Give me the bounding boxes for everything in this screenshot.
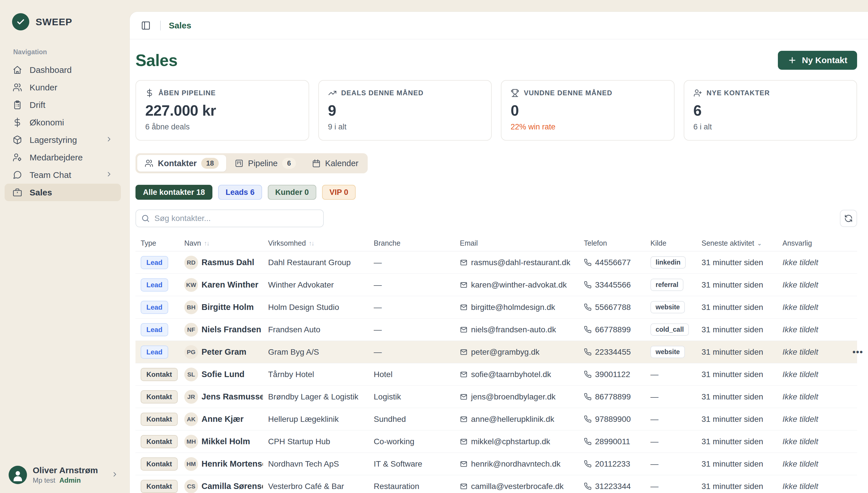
sidebar-toggle-button[interactable] bbox=[140, 19, 152, 32]
assignee-cell: Ikke tildelt bbox=[777, 280, 847, 290]
mail-icon bbox=[460, 415, 468, 423]
activity-cell: 31 minutter siden bbox=[696, 258, 777, 267]
refresh-button[interactable] bbox=[840, 210, 857, 227]
kilde-cell: — bbox=[645, 415, 696, 424]
package-icon bbox=[13, 135, 22, 145]
tab-kontakter[interactable]: Kontakter 18 bbox=[137, 155, 226, 172]
phone-cell: 55667788 bbox=[579, 303, 645, 312]
table-row[interactable]: Lead NF Niels Frandsen Frandsen Auto — n… bbox=[135, 319, 857, 341]
new-contact-button[interactable]: Ny Kontakt bbox=[778, 51, 857, 70]
contact-name: Anne Kjær bbox=[202, 414, 244, 424]
column-header-navn[interactable]: Navn↑↓ bbox=[179, 239, 263, 248]
mail-icon bbox=[460, 326, 468, 334]
column-header-telefon: Telefon bbox=[579, 239, 645, 248]
user-menu[interactable]: Oliver Arnstrøm Mp testAdmin bbox=[8, 466, 119, 485]
search-input[interactable] bbox=[135, 210, 324, 227]
email-cell: birgitte@holmdesign.dk bbox=[455, 303, 579, 312]
email-cell: sofie@taarnbyhotel.dk bbox=[455, 370, 579, 379]
table-row[interactable]: Lead RD Rasmus Dahl Dahl Restaurant Grou… bbox=[135, 251, 857, 274]
phone-cell: 33445566 bbox=[579, 280, 645, 290]
assignee-cell: Ikke tildelt bbox=[777, 415, 847, 424]
phone-icon bbox=[584, 348, 592, 356]
filter-kunder[interactable]: Kunder 0 bbox=[268, 185, 316, 200]
table-row[interactable]: Kontakt HM Henrik Mortensen Nordhavn Tec… bbox=[135, 453, 857, 475]
table-row[interactable]: Kontakt CS Camilla Sørensen Vesterbro Ca… bbox=[135, 475, 857, 493]
email-cell: anne@hellerupklinik.dk bbox=[455, 415, 579, 424]
type-badge: Lead bbox=[141, 301, 168, 314]
content-card: Sales Sales Ny Kontakt ÅBEN PIPELINE 227… bbox=[129, 12, 868, 493]
users-icon bbox=[13, 83, 22, 92]
contacts-table-body: Lead RD Rasmus Dahl Dahl Restaurant Grou… bbox=[135, 251, 857, 493]
column-header-ansvarlig: Ansvarlig bbox=[777, 239, 847, 248]
stat-card-pipeline: ÅBEN PIPELINE 227.000 kr 6 åbne deals bbox=[135, 80, 309, 141]
sidebar-item-team-chat[interactable]: Team Chat bbox=[5, 166, 121, 184]
stat-label: DEALS DENNE MÅNED bbox=[341, 89, 424, 97]
tab-kalender[interactable]: Kalender bbox=[304, 155, 366, 172]
user-plus-icon bbox=[694, 89, 702, 97]
sidebar-item-drift[interactable]: Drift bbox=[5, 96, 121, 114]
phone-cell: 28990011 bbox=[579, 437, 645, 446]
type-badge: Kontakt bbox=[141, 435, 178, 448]
branche-cell: — bbox=[368, 347, 455, 357]
assignee-cell: Ikke tildelt bbox=[777, 370, 847, 379]
sidebar-item-kunder[interactable]: Kunder bbox=[5, 79, 121, 96]
table-row[interactable]: Kontakt AK Anne Kjær Hellerup Lægeklinik… bbox=[135, 408, 857, 430]
sidebar-item-label: Medarbejdere bbox=[29, 153, 83, 163]
phone-icon bbox=[584, 281, 592, 289]
sidebar-item-lagerstyring[interactable]: Lagerstyring bbox=[5, 131, 121, 149]
refresh-icon bbox=[844, 214, 853, 223]
sidebar-item-medarbejdere[interactable]: Medarbejdere bbox=[5, 149, 121, 166]
company-cell: Winther Advokater bbox=[263, 280, 368, 290]
table-row[interactable]: Lead KW Karen Winther Winther Advokater … bbox=[135, 274, 857, 296]
topbar: Sales bbox=[130, 12, 868, 39]
row-menu-button[interactable]: ••• bbox=[852, 347, 863, 357]
mail-icon bbox=[460, 437, 468, 445]
mail-icon bbox=[460, 483, 468, 490]
filter-all-contacts[interactable]: Alle kontakter 18 bbox=[135, 185, 212, 200]
assignee-cell: Ikke tildelt bbox=[777, 459, 847, 469]
type-badge: Kontakt bbox=[141, 457, 178, 471]
filter-leads[interactable]: Leads 6 bbox=[218, 185, 262, 200]
filter-vip[interactable]: VIP 0 bbox=[322, 185, 356, 200]
branche-cell: Hotel bbox=[368, 370, 455, 379]
kilde-cell: referral bbox=[645, 279, 696, 291]
table-row[interactable]: Lead BH Birgitte Holm Holm Design Studio… bbox=[135, 296, 857, 319]
activity-cell: 31 minutter siden bbox=[696, 392, 777, 402]
column-header-kilde: Kilde bbox=[645, 239, 696, 248]
kilde-cell: cold_call bbox=[645, 323, 696, 336]
activity-cell: 31 minutter siden bbox=[696, 482, 777, 491]
column-header-email: Email bbox=[455, 239, 579, 248]
sidebar-item-okonomi[interactable]: Økonomi bbox=[5, 114, 121, 131]
email-cell: peter@grambyg.dk bbox=[455, 347, 579, 357]
phone-icon bbox=[584, 259, 592, 266]
user-name: Oliver Arnstrøm bbox=[33, 466, 105, 475]
brand-logo: SWEEP bbox=[0, 0, 125, 30]
sidebar-item-sales[interactable]: Sales bbox=[5, 184, 121, 201]
sidebar-item-label: Lagerstyring bbox=[29, 135, 77, 145]
column-header-seneste-aktivitet[interactable]: Seneste aktivitet⌄ bbox=[696, 239, 777, 248]
type-badge: Lead bbox=[141, 256, 168, 269]
sidebar-item-dashboard[interactable]: Dashboard bbox=[5, 61, 121, 79]
tab-pipeline[interactable]: Pipeline 6 bbox=[227, 155, 303, 172]
column-header-virksomhed[interactable]: Virksomhed↑↓ bbox=[263, 239, 368, 248]
assignee-cell: Ikke tildelt bbox=[777, 392, 847, 402]
activity-cell: 31 minutter siden bbox=[696, 325, 777, 334]
plus-icon bbox=[788, 56, 797, 65]
kilde-cell: — bbox=[645, 459, 696, 469]
table-row[interactable]: Lead PG Peter Gram Gram Byg A/S — peter@… bbox=[135, 341, 857, 363]
chevron-right-icon bbox=[105, 170, 113, 180]
table-row[interactable]: Kontakt MH Mikkel Holm CPH Startup Hub C… bbox=[135, 430, 857, 453]
avatar: PG bbox=[184, 345, 198, 359]
phone-icon bbox=[584, 370, 592, 378]
tab-count-badge: 6 bbox=[282, 158, 296, 169]
table-row[interactable]: Kontakt SL Sofie Lund Tårnby Hotel Hotel… bbox=[135, 363, 857, 386]
phone-cell: 44556677 bbox=[579, 258, 645, 267]
email-cell: camilla@vesterbrocafe.dk bbox=[455, 482, 579, 491]
branche-cell: — bbox=[368, 280, 455, 290]
contact-name: Jens Rasmussen bbox=[202, 392, 263, 402]
contact-name: Sofie Lund bbox=[202, 370, 245, 379]
brand-name: SWEEP bbox=[36, 16, 72, 27]
stat-card-new-contacts: NYE KONTAKTER 6 6 i alt bbox=[684, 80, 858, 141]
activity-cell: 31 minutter siden bbox=[696, 415, 777, 424]
table-row[interactable]: Kontakt JR Jens Rasmussen Brøndby Lager … bbox=[135, 386, 857, 408]
